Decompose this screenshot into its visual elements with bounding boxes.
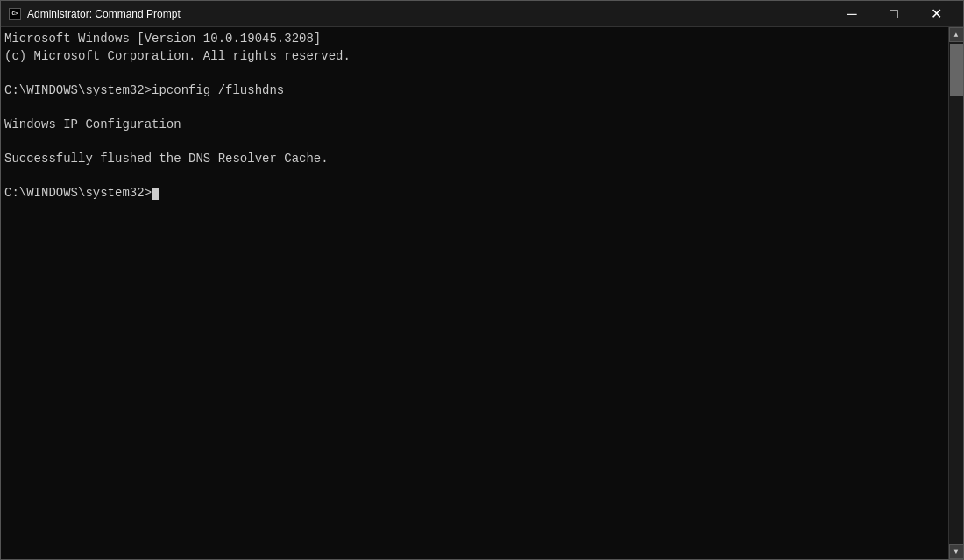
cursor-blink — [152, 188, 159, 200]
console-line — [4, 99, 945, 117]
vertical-scrollbar[interactable]: ▲ ▼ — [948, 27, 963, 559]
scroll-down-button[interactable]: ▼ — [949, 544, 964, 559]
console-line: Successfully flushed the DNS Resolver Ca… — [4, 151, 945, 168]
console-line — [4, 168, 945, 186]
command-prompt-window: Administrator: Command Prompt ─ □ ✕ Micr… — [0, 0, 964, 560]
scroll-up-button[interactable]: ▲ — [949, 27, 964, 42]
cmd-app-icon — [8, 7, 22, 21]
window-title: Administrator: Command Prompt — [27, 8, 181, 20]
console-line: (c) Microsoft Corporation. All rights re… — [4, 48, 945, 66]
scrollbar-track[interactable] — [949, 42, 963, 544]
console-output[interactable]: Microsoft Windows [Version 10.0.19045.32… — [1, 27, 948, 559]
title-bar: Administrator: Command Prompt ─ □ ✕ — [1, 1, 963, 27]
console-line — [4, 65, 945, 82]
console-line: Microsoft Windows [Version 10.0.19045.32… — [4, 31, 945, 48]
restore-button[interactable]: □ — [874, 1, 914, 27]
console-line: C:\WINDOWS\system32>ipconfig /flushdns — [4, 82, 945, 100]
console-area: Microsoft Windows [Version 10.0.19045.32… — [1, 27, 963, 559]
cmd-icon-graphic — [9, 8, 21, 20]
window-controls: ─ □ ✕ — [832, 1, 956, 27]
console-line — [4, 134, 945, 152]
title-bar-left: Administrator: Command Prompt — [8, 7, 181, 21]
minimize-button[interactable]: ─ — [832, 1, 872, 27]
console-line: C:\WINDOWS\system32> — [4, 185, 945, 202]
scrollbar-thumb[interactable] — [950, 44, 963, 96]
close-button[interactable]: ✕ — [916, 1, 956, 27]
console-line: Windows IP Configuration — [4, 117, 945, 134]
